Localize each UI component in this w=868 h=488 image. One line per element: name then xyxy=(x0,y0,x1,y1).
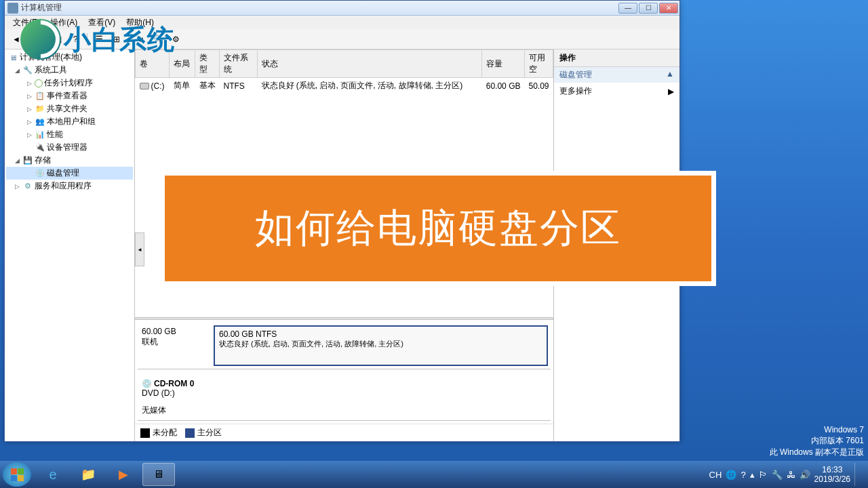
volume-table[interactable]: 卷 布局 类型 文件系统 状态 容量 可用空 (C:) 简单 基本 NTFS 状… xyxy=(135,49,553,94)
ime-mode-icon[interactable]: 🌐 xyxy=(726,470,736,480)
actions-more[interactable]: 更多操作▶ xyxy=(554,83,679,100)
app-icon xyxy=(7,3,18,14)
legend-unallocated-swatch xyxy=(140,428,150,438)
taskbar-computer-management[interactable]: 🖥 xyxy=(142,463,175,486)
brand-watermark-text: 小白系统 xyxy=(64,21,175,58)
taskbar-ie[interactable]: e xyxy=(37,463,69,486)
start-button[interactable] xyxy=(3,462,31,487)
disk-0-info: 60.00 GB 联机 xyxy=(138,323,211,369)
system-tray: CH 🌐 ? ▴ 🏳 🔧 🖧 🔊 16:33 2019/3/26 xyxy=(709,463,865,486)
col-free[interactable]: 可用空 xyxy=(524,50,553,78)
refresh-circle-icon xyxy=(20,19,61,60)
network-tray-icon[interactable]: 🖧 xyxy=(787,470,795,480)
actions-section-disk-management[interactable]: 磁盘管理▲ xyxy=(554,67,679,83)
tree-event-viewer[interactable]: ▷📋事件查看器 xyxy=(6,89,133,102)
window-title: 计算机管理 xyxy=(21,2,618,14)
tree-system-tools[interactable]: ◢🔧系统工具 xyxy=(6,64,133,77)
action-center-icon[interactable]: 🏳 xyxy=(759,470,768,480)
chevron-right-icon: ▶ xyxy=(668,87,674,96)
close-button[interactable] xyxy=(659,3,678,14)
volume-row-c[interactable]: (C:) 简单 基本 NTFS 状态良好 (系统, 启动, 页面文件, 活动, … xyxy=(136,78,553,94)
taskbar-explorer[interactable]: 📁 xyxy=(72,463,104,486)
disk-0-row[interactable]: 60.00 GB 联机 60.00 GB NTFS 状态良好 (系统, 启动, … xyxy=(138,323,551,369)
tree-disk-management[interactable]: 💿磁盘管理 xyxy=(6,167,133,180)
navigation-tree[interactable]: 🖥计算机管理(本地) ◢🔧系统工具 ▷任务计划程序 ▷📋事件查看器 ▷📁共享文件… xyxy=(5,49,135,441)
maximize-button[interactable] xyxy=(639,3,658,14)
tree-local-users[interactable]: ▷👥本地用户和组 xyxy=(6,115,133,128)
disk-0-volume-c[interactable]: 60.00 GB NTFS 状态良好 (系统, 启动, 页面文件, 活动, 故障… xyxy=(214,325,548,366)
tree-task-scheduler[interactable]: ▷任务计划程序 xyxy=(6,77,133,89)
taskbar-media-player[interactable]: ▶ xyxy=(107,463,140,486)
diagnostics-tray-icon[interactable]: 🔧 xyxy=(772,470,783,480)
tray-chevron-icon[interactable]: ▴ xyxy=(750,470,755,480)
help-tray-icon[interactable]: ? xyxy=(741,470,745,480)
volume-tray-icon[interactable]: 🔊 xyxy=(800,470,810,480)
splitter[interactable] xyxy=(135,317,553,320)
col-type[interactable]: 类型 xyxy=(195,50,220,78)
taskbar[interactable]: e 📁 ▶ 🖥 CH 🌐 ? ▴ 🏳 🔧 🖧 🔊 16:33 2019/3/26 xyxy=(0,461,868,488)
tree-storage[interactable]: ◢💾存储 xyxy=(6,154,133,167)
actions-header: 操作 xyxy=(554,49,679,67)
titlebar[interactable]: 计算机管理 xyxy=(5,1,679,16)
ime-indicator[interactable]: CH xyxy=(709,470,722,480)
cdrom-row[interactable]: 💿CD-ROM 0 DVD (D:) 无媒体 xyxy=(138,375,551,421)
show-desktop-button[interactable] xyxy=(854,463,861,486)
windows-activation-watermark: Windows 7 内部版本 7601 此 Windows 副本不是正版 xyxy=(770,424,864,458)
tree-performance[interactable]: ▷📊性能 xyxy=(6,128,133,141)
tray-clock[interactable]: 16:33 2019/3/26 xyxy=(814,465,850,485)
drive-icon xyxy=(140,83,149,89)
brand-watermark-logo: 小白系统 xyxy=(20,19,175,60)
chevron-up-icon: ▲ xyxy=(666,69,674,81)
title-overlay-banner: 如何给电脑硬盘分区 xyxy=(160,171,716,286)
minimize-button[interactable] xyxy=(618,3,637,14)
cdrom-icon: 💿 xyxy=(142,379,151,388)
tree-services-apps[interactable]: ▷⚙服务和应用程序 xyxy=(6,180,133,192)
col-capacity[interactable]: 容量 xyxy=(482,50,525,78)
pane-collapse-button[interactable]: ◄ xyxy=(135,232,144,266)
cdrom-info: 💿CD-ROM 0 DVD (D:) 无媒体 xyxy=(138,375,211,420)
legend-primary-swatch xyxy=(185,428,195,438)
tree-device-manager[interactable]: 🔌设备管理器 xyxy=(6,141,133,154)
col-filesystem[interactable]: 文件系统 xyxy=(220,50,258,78)
col-status[interactable]: 状态 xyxy=(258,50,482,78)
legend: 未分配 主分区 xyxy=(135,424,553,441)
tree-shared-folders[interactable]: ▷📁共享文件夹 xyxy=(6,102,133,115)
